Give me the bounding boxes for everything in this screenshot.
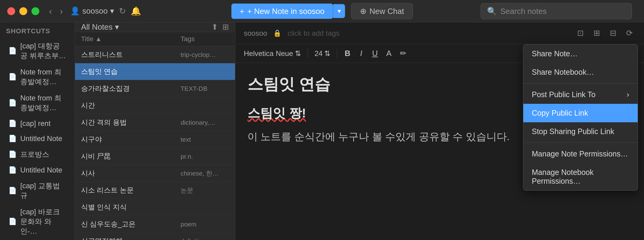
sidebar-item-cap-rent[interactable]: 📄 [cap] rent (2, 116, 72, 131)
note-row-strinisuto[interactable]: 스트리니스트 trip-cyclop… (75, 46, 235, 63)
note-tags: 논문 (181, 186, 229, 195)
share-icon[interactable]: ⬆ (211, 22, 218, 32)
font-name: Helvetica Neue (244, 49, 293, 58)
minimize-button[interactable] (19, 7, 27, 15)
new-chat-button[interactable]: ⊕ New Chat (351, 3, 413, 19)
bell-button[interactable]: 🔔 (131, 6, 141, 16)
note-title: 스팀잇 연습 (81, 67, 181, 76)
sidebar-item-label: Note from 최종발예정… (20, 93, 66, 113)
stop-sharing-label: Stop Sharing Public Link (532, 127, 614, 136)
note-row-steaming[interactable]: 스팀잇 연습 (75, 63, 235, 80)
notes-list-title-button[interactable]: All Notes ▾ (81, 22, 119, 32)
share-btn-1[interactable]: ⊡ (574, 27, 587, 39)
menu-item-manage-note[interactable]: Manage Note Permissions… (523, 145, 638, 163)
note-title: 시간 격의 용법 (81, 118, 181, 127)
sidebar-item-label: [cap] rent (20, 119, 51, 128)
note-row-sikbyeol[interactable]: 식별 인식 지식 (75, 199, 235, 216)
sidebar-item-untitled-1[interactable]: 📄 Untitled Note (2, 131, 72, 146)
note-row-shin-sim[interactable]: 신 심우도송_고은 poem (75, 216, 235, 233)
forward-button[interactable]: › (57, 5, 65, 18)
menu-item-share-notebook[interactable]: Share Notebook… (523, 63, 638, 81)
tags-placeholder[interactable]: click to add tags (287, 29, 339, 38)
sidebar-item-note-from-1[interactable]: 📄 Note from 최종발예정… (2, 64, 72, 90)
bold-button[interactable]: B (342, 48, 353, 59)
center-actions: + + New Note in soosoo ▾ ⊕ New Chat (231, 3, 413, 19)
note-title: 시간 (81, 101, 181, 110)
copy-public-link-label: Copy Public Link (532, 109, 588, 117)
new-note-button[interactable]: + + New Note in soosoo (231, 3, 333, 19)
note-tags: text (181, 136, 229, 143)
note-row-sibi[interactable]: 시비 尸昆 pr.n. (75, 148, 235, 165)
sidebar-item-cap-traffic[interactable]: 📄 [cap] 교통법규 (2, 178, 72, 203)
menu-item-copy-public-link[interactable]: Copy Public Link (523, 104, 638, 122)
font-family-selector[interactable]: Helvetica Neue ⇅ (241, 48, 303, 59)
editor-share-icons: ⊡ ⊞ ⊟ ⟳ (574, 27, 636, 39)
note-title: 신 심우도송_고은 (81, 219, 181, 229)
note-icon: 📄 (8, 47, 17, 55)
notes-table-header: Title ▲ Tags (75, 32, 235, 46)
sidebar-item-note-from-2[interactable]: 📄 Note from 최종발예정… (2, 90, 72, 116)
sidebar-item-untitled-2[interactable]: 📄 Untitled Note (2, 163, 72, 177)
share-btn-2[interactable]: ⊞ (591, 27, 603, 39)
titlebar: ‹ › 👤 soosoo ▾ ↻ 🔔 + + New Note in sooso… (0, 0, 644, 22)
note-row-sigan-usage[interactable]: 시간 격의 용법 dictionary,… (75, 114, 235, 131)
manage-note-label: Manage Note Permissions… (532, 150, 628, 158)
note-title: 승가라찰소집경 (81, 84, 181, 93)
note-icon: 📄 (8, 150, 17, 158)
menu-item-post-public-link[interactable]: Post Public Link To › (523, 85, 638, 104)
sidebar-item-probans[interactable]: 📄 프로방스 (2, 146, 72, 162)
sidebar-item-label: Untitled Note (20, 134, 62, 143)
user-icon: 👤 (70, 6, 80, 16)
note-icon: 📄 (8, 187, 17, 195)
fullscreen-button[interactable] (31, 7, 39, 15)
sidebar-item-cap-airline[interactable]: 📄 [cap] 대항공공 뷔루츠부… (2, 38, 72, 64)
notes-list-icons: ⬆ ⊞ (211, 22, 229, 32)
layout-icon[interactable]: ⊞ (222, 22, 229, 32)
note-row-sigan[interactable]: 시간 (75, 97, 235, 114)
col-title-label: Title (81, 35, 93, 43)
plus-icon: + (240, 6, 244, 16)
chevron-down-icon: ▾ (115, 22, 119, 32)
note-title: 신근염정혜혜 (81, 236, 181, 240)
sidebar-item-label: 프로방스 (20, 150, 49, 159)
editor: soosoo 🔒 click to add tags ⊡ ⊞ ⊟ ⟳ Helve… (235, 22, 644, 240)
traffic-lights (7, 7, 39, 15)
back-button[interactable]: ‹ (47, 5, 54, 18)
note-row-shin-geun[interactable]: 신근염정혜혜 definition (75, 233, 235, 240)
underline-button[interactable]: U (369, 48, 381, 59)
menu-item-stop-sharing[interactable]: Stop Sharing Public Link (523, 122, 638, 141)
note-row-seungga[interactable]: 승가라찰소집경 TEXT-DB (75, 80, 235, 97)
menu-divider-1 (523, 83, 638, 84)
note-icon: 📄 (8, 166, 17, 174)
search-bar[interactable]: 🔍 Search notes (481, 3, 632, 19)
sync-button[interactable]: ↻ (119, 6, 126, 16)
share-dropdown-menu: Share Note… Share Notebook… Post Public … (523, 44, 638, 191)
user-button[interactable]: 👤 soosoo ▾ (70, 6, 114, 16)
font-size-selector[interactable]: 24 ⇅ (312, 48, 333, 59)
note-row-siso[interactable]: 시소 리스트 논문 논문 (75, 182, 235, 199)
close-button[interactable] (7, 7, 15, 15)
menu-item-share-note[interactable]: Share Note… (523, 44, 638, 63)
italic-button[interactable]: I (356, 48, 367, 59)
share-btn-3[interactable]: ⊟ (607, 27, 619, 39)
menu-item-manage-notebook[interactable]: Manage Notebook Permissions… (523, 163, 638, 190)
new-note-dropdown-button[interactable]: ▾ (333, 4, 345, 18)
search-icon: 🔍 (487, 6, 497, 16)
color-button[interactable]: A (383, 48, 394, 59)
note-row-sisa[interactable]: 시사 chinese, 한… (75, 165, 235, 182)
note-icon: 📄 (8, 99, 17, 107)
share-btn-4[interactable]: ⟳ (623, 27, 636, 39)
note-tags: TEXT-DB (181, 85, 229, 92)
sidebar-item-label: [cap] 교통법규 (20, 181, 66, 200)
highlight-button[interactable]: ✏ (397, 48, 410, 59)
note-tags: pr.n. (181, 153, 229, 160)
notes-list-header: All Notes ▾ ⬆ ⊞ (75, 22, 235, 32)
note-row-sigoo[interactable]: 시구야 text (75, 131, 235, 148)
sidebar-item-cap-baroque[interactable]: 📄 [cap] 바로크문화와 와인-… (2, 204, 72, 239)
note-title: 시구야 (81, 135, 181, 144)
sidebar-item-label: Note from 최종발예정… (20, 67, 66, 87)
lock-icon: 🔒 (273, 29, 281, 37)
notes-list-title: All Notes (81, 22, 113, 32)
toolbar-divider-2 (337, 49, 337, 58)
new-note-label: + New Note in soosoo (247, 6, 324, 16)
